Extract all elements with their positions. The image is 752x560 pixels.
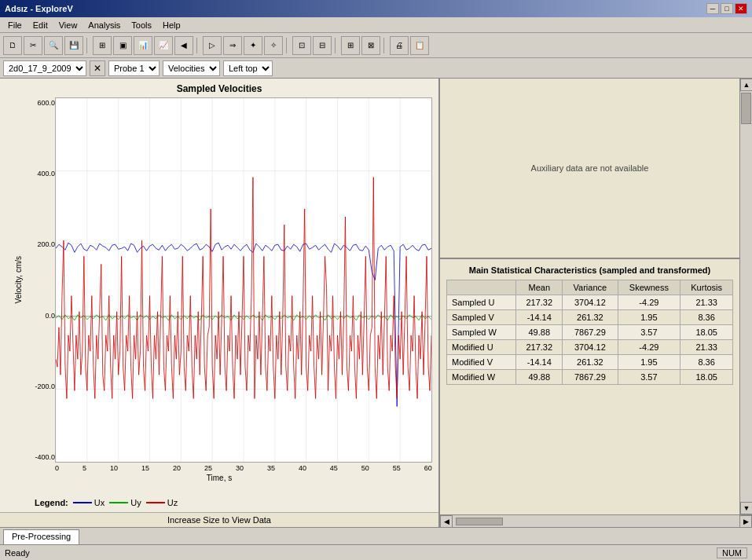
variable-dropdown[interactable]: Velocities (163, 60, 220, 76)
horizontal-scrollbar: ◀ ▶ (440, 514, 752, 527)
row-value: 8.36 (680, 355, 733, 370)
menu-tools[interactable]: Tools (127, 20, 156, 31)
col-header-mean: Mean (516, 280, 563, 295)
toolbar-btn-6[interactable]: ▣ (113, 36, 132, 55)
legend-uz: Uz (146, 498, 178, 507)
chart-svg (56, 98, 431, 462)
toolbar-separator-5 (383, 38, 387, 53)
table-row: Modified W49.887867.293.5718.05 (447, 370, 733, 385)
row-value: 217.32 (516, 295, 563, 310)
stats-table: Mean Variance Skewness Kurtosis Sampled … (446, 280, 733, 385)
x-tick-5: 5 (83, 464, 86, 472)
uz-line-icon (146, 502, 165, 503)
menu-analysis[interactable]: Analysis (83, 20, 125, 31)
close-button[interactable]: ✕ (735, 3, 747, 14)
toolbar-btn-19[interactable]: 📋 (410, 36, 429, 55)
legend-ux: Ux (73, 498, 105, 507)
toolbar-btn-14[interactable]: ⊡ (292, 36, 311, 55)
col-header-skewness: Skewness (618, 280, 680, 295)
row-value: 18.05 (680, 325, 733, 340)
tab-preprocessing[interactable]: Pre-Processing (3, 529, 79, 544)
toolbar-btn-2[interactable]: ✂ (24, 36, 42, 55)
uz-label: Uz (167, 498, 178, 507)
window-controls: ─ □ ✕ (706, 3, 747, 14)
status-ready: Ready (5, 548, 30, 558)
row-value: -4.29 (618, 340, 680, 355)
maximize-button[interactable]: □ (721, 3, 733, 14)
scroll-thumb-v[interactable] (741, 93, 751, 124)
menu-edit[interactable]: Edit (28, 20, 53, 31)
x-tick-25: 25 (204, 464, 212, 472)
x-tick-15: 15 (141, 464, 149, 472)
scroll-track-v (740, 91, 752, 502)
legend-uy: Uy (109, 498, 141, 507)
toolbar-btn-5[interactable]: ⊞ (93, 36, 112, 55)
toolbar-separator-4 (335, 38, 338, 53)
row-value: 7867.29 (563, 325, 618, 340)
chart-area (55, 97, 432, 463)
row-value: 8.36 (680, 310, 733, 325)
row-label: Sampled U (447, 295, 516, 310)
status-bar: Ready NUM (0, 544, 752, 560)
toolbar-btn-3[interactable]: 🔍 (44, 36, 63, 55)
chart-title: Sampled Velocities (6, 83, 432, 94)
x-tick-20: 20 (173, 464, 181, 472)
table-row: Modified V-14.14261.321.958.36 (447, 355, 733, 370)
position-dropdown[interactable]: Left top (223, 60, 273, 76)
menu-file[interactable]: File (3, 20, 27, 31)
tab-bar: Pre-Processing (0, 527, 752, 544)
toolbar-separator-2 (196, 38, 200, 53)
table-row: Modified U217.323704.12-4.2921.33 (447, 340, 733, 355)
title-bar: Adsız - ExploreV ─ □ ✕ (0, 0, 752, 17)
main-content: Sampled Velocities Velocity, cm/s 600.0 … (0, 79, 752, 527)
probe-dropdown[interactable]: Probe 1 (108, 60, 160, 76)
scroll-thumb-h[interactable] (456, 518, 503, 525)
toolbar-btn-10[interactable]: ▷ (203, 36, 222, 55)
dataset-dropdown[interactable]: 2d0_17_9_2009 (3, 60, 86, 76)
aux-panel: Auxiliary data are not available (440, 79, 739, 259)
chart-container: Sampled Velocities Velocity, cm/s 600.0 … (0, 79, 438, 493)
toolbar-btn-13[interactable]: ✧ (264, 36, 283, 55)
x-tick-45: 45 (330, 464, 338, 472)
delete-button[interactable]: ✕ (90, 60, 105, 76)
toolbar-btn-18[interactable]: 🖨 (390, 36, 409, 55)
row-label: Modified U (447, 340, 516, 355)
toolbar-btn-7[interactable]: 📊 (134, 36, 152, 55)
scroll-down-button[interactable]: ▼ (740, 502, 752, 514)
row-value: -14.14 (516, 355, 563, 370)
toolbar-btn-1[interactable]: 🗋 (3, 36, 22, 55)
toolbar-btn-15[interactable]: ⊟ (313, 36, 332, 55)
toolbar-btn-17[interactable]: ⊠ (361, 36, 380, 55)
row-value: 3.57 (618, 325, 680, 340)
status-num: NUM (717, 547, 747, 558)
menu-help[interactable]: Help (158, 20, 185, 31)
uy-label: Uy (130, 498, 141, 507)
row-value: -14.14 (516, 310, 563, 325)
row-label: Modified V (447, 355, 516, 370)
scroll-left-button[interactable]: ◀ (440, 515, 453, 528)
row-value: 261.32 (563, 355, 618, 370)
y-tick-600: 600.0 (30, 99, 55, 107)
toolbar-btn-11[interactable]: ⇒ (223, 36, 242, 55)
minimize-button[interactable]: ─ (706, 3, 719, 14)
scroll-up-button[interactable]: ▲ (740, 79, 752, 91)
row-label: Sampled W (447, 325, 516, 340)
x-tick-60: 60 (424, 464, 432, 472)
toolbar-btn-16[interactable]: ⊞ (341, 36, 360, 55)
stats-panel: Main Statistical Characteristics (sample… (440, 259, 739, 514)
row-value: 49.88 (516, 370, 563, 385)
toolbar-btn-12[interactable]: ✦ (244, 36, 262, 55)
col-header-0 (447, 280, 516, 295)
chart-legend: Legend: Ux Uy Uz (0, 493, 438, 512)
toolbar-btn-4[interactable]: 💾 (64, 36, 83, 55)
y-tick-0: 0.0 (30, 312, 55, 320)
row-label: Modified W (447, 370, 516, 385)
x-tick-30: 30 (236, 464, 244, 472)
row-value: 21.33 (680, 340, 733, 355)
col-header-kurtosis: Kurtosis (680, 280, 733, 295)
row-value: 217.32 (516, 340, 563, 355)
toolbar-btn-8[interactable]: 📈 (154, 36, 173, 55)
menu-view[interactable]: View (54, 20, 83, 31)
scroll-right-button[interactable]: ▶ (739, 515, 752, 528)
toolbar-btn-9[interactable]: ◀ (174, 36, 193, 55)
